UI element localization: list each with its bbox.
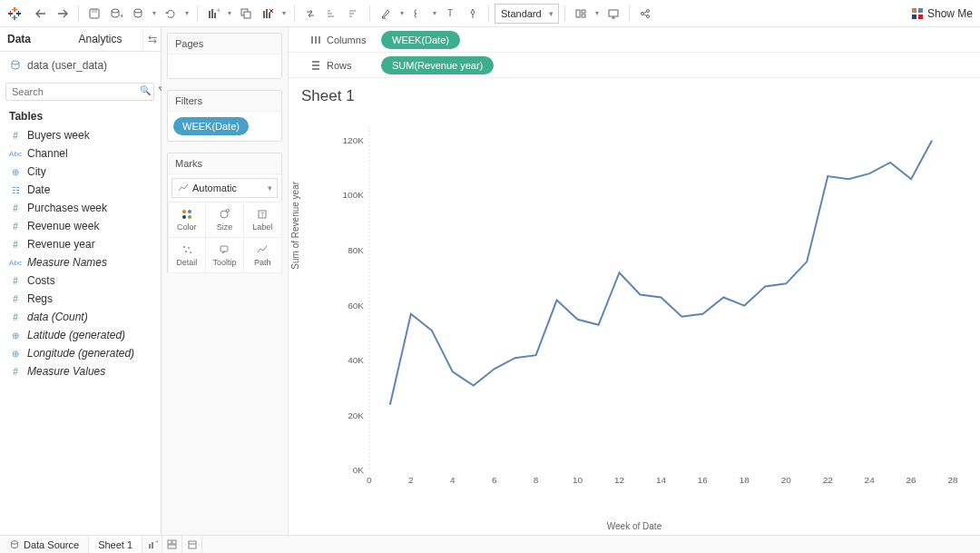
svg-rect-99: [172, 540, 176, 544]
redo-button[interactable]: [53, 4, 73, 24]
svg-rect-67: [318, 36, 320, 44]
fields-list: #Buyers weekAbcChannel⊕City☷Date#Purchas…: [0, 126, 161, 388]
new-datasource-button[interactable]: +: [106, 4, 126, 24]
new-story-button[interactable]: [182, 536, 202, 553]
svg-text:10: 10: [573, 475, 583, 485]
mark-cell-label: Detail: [176, 258, 197, 267]
svg-rect-96: [152, 542, 153, 548]
pin-button[interactable]: [463, 4, 483, 24]
data-source-tab[interactable]: Data Source: [0, 536, 89, 553]
marks-type-selector[interactable]: Automatic: [172, 178, 278, 198]
tab-analytics[interactable]: Analytics: [72, 27, 143, 51]
svg-text:4: 4: [450, 475, 456, 485]
columns-shelf[interactable]: Columns WEEK(Date): [289, 27, 980, 53]
show-me-button[interactable]: Show Me: [911, 7, 973, 20]
marks-type-label: Automatic: [192, 183, 237, 193]
field-item[interactable]: ⊕Longitude (generated): [0, 344, 161, 362]
new-dashboard-button[interactable]: [162, 536, 182, 553]
tableau-logo-icon: [7, 6, 22, 21]
mark-size[interactable]: Size: [205, 202, 244, 238]
field-item[interactable]: #Revenue year: [0, 235, 161, 253]
svg-text:T: T: [447, 8, 453, 18]
svg-text:6: 6: [492, 475, 497, 485]
svg-text:20K: 20K: [348, 410, 364, 420]
separator: [369, 5, 370, 22]
group-button[interactable]: [408, 4, 428, 24]
show-labels-button[interactable]: T: [441, 4, 461, 24]
new-worksheet-button[interactable]: +: [203, 4, 223, 24]
dropdown-caret[interactable]: ▾: [150, 9, 159, 17]
svg-point-52: [182, 210, 186, 213]
field-label: Regs: [27, 292, 53, 305]
showme-icon: [911, 7, 924, 20]
mark-tooltip[interactable]: Tooltip: [205, 237, 244, 273]
highlight-button[interactable]: [376, 4, 396, 24]
show-cards-button[interactable]: [571, 4, 591, 24]
new-sheet-button[interactable]: +: [142, 536, 162, 553]
swap-button[interactable]: [300, 4, 320, 24]
svg-rect-26: [328, 15, 334, 17]
svg-rect-45: [912, 15, 916, 19]
field-item[interactable]: ⊕City: [0, 163, 161, 181]
svg-point-57: [227, 209, 230, 212]
svg-rect-20: [266, 9, 268, 18]
svg-text:24: 24: [865, 475, 876, 485]
mark-cell-label: Size: [217, 222, 233, 232]
dropdown-caret[interactable]: ▾: [430, 9, 439, 17]
presentation-button[interactable]: [603, 4, 623, 24]
clear-button[interactable]: [258, 4, 278, 24]
mark-detail[interactable]: Detail: [168, 237, 207, 273]
field-item[interactable]: AbcMeasure Names: [0, 253, 161, 272]
rows-shelf[interactable]: Rows SUM(Revenue year): [289, 53, 980, 78]
sort-asc-button[interactable]: [322, 4, 342, 24]
collapse-pane-icon[interactable]: ⇆: [142, 27, 161, 51]
field-item[interactable]: #Buyers week: [0, 126, 161, 144]
dropdown-caret[interactable]: ▾: [397, 9, 407, 17]
svg-rect-70: [312, 68, 319, 70]
sort-desc-button[interactable]: [344, 4, 364, 24]
dropdown-caret[interactable]: ▾: [225, 9, 234, 17]
filter-pill-week[interactable]: WEEK(Date): [173, 117, 249, 135]
dropdown-caret[interactable]: ▾: [182, 9, 191, 17]
field-item[interactable]: #Revenue week: [0, 217, 161, 235]
save-button[interactable]: [84, 4, 104, 24]
chart-area[interactable]: Sum of Revenue year 0K20K40K60K80K100K12…: [289, 105, 980, 521]
field-label: Revenue year: [27, 238, 95, 251]
refresh-button[interactable]: [161, 4, 181, 24]
share-button[interactable]: [635, 4, 655, 24]
search-input[interactable]: [5, 83, 154, 101]
field-item[interactable]: #Purchases week: [0, 199, 161, 217]
data-pane: Data Analytics ⇆ data (user_data) 🔍 ▾ Ta…: [0, 27, 162, 535]
rows-pill[interactable]: SUM(Revenue year): [381, 56, 494, 74]
svg-point-63: [190, 252, 191, 253]
field-item[interactable]: #data (Count): [0, 308, 161, 326]
field-label: Latitude (generated): [27, 329, 125, 341]
svg-rect-13: [209, 11, 211, 18]
field-item[interactable]: #Regs: [0, 290, 161, 308]
field-label: Revenue week: [27, 220, 99, 232]
field-item[interactable]: #Costs: [0, 272, 161, 290]
field-item[interactable]: ☷Date: [0, 181, 161, 199]
undo-button[interactable]: [31, 4, 51, 24]
field-label: data (Count): [27, 311, 88, 323]
field-item[interactable]: ⊕Latitude (generated): [0, 326, 161, 344]
dropdown-caret[interactable]: ▾: [593, 9, 602, 17]
fit-selector[interactable]: Standard: [495, 4, 559, 24]
field-item[interactable]: #Measure Values: [0, 362, 161, 380]
sheet-title[interactable]: Sheet 1: [289, 78, 980, 105]
pause-updates-button[interactable]: [128, 4, 148, 24]
duplicate-button[interactable]: [236, 4, 256, 24]
tab-data[interactable]: Data: [0, 27, 72, 51]
svg-rect-100: [168, 545, 176, 548]
pages-shelf[interactable]: Pages: [167, 33, 282, 79]
sheet-tab[interactable]: Sheet 1: [89, 536, 142, 553]
dropdown-caret[interactable]: ▾: [279, 9, 289, 17]
field-item[interactable]: AbcChannel: [0, 144, 161, 163]
mark-cell-label: Path: [254, 258, 271, 267]
columns-pill[interactable]: WEEK(Date): [381, 31, 460, 49]
datasource-item[interactable]: data (user_data): [0, 52, 161, 79]
filters-shelf[interactable]: Filters WEEK(Date): [167, 90, 282, 142]
mark-label[interactable]: TLabel: [243, 202, 282, 238]
mark-color[interactable]: Color: [168, 202, 207, 238]
mark-path[interactable]: Path: [243, 237, 282, 273]
